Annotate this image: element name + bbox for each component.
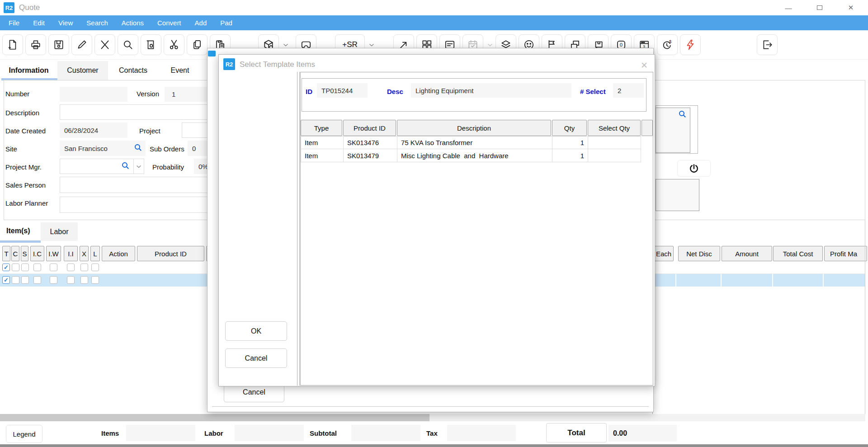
delete-button[interactable]: [94, 34, 115, 55]
row1-checkbox-c[interactable]: [12, 263, 19, 271]
notes-box[interactable]: [656, 179, 699, 211]
dialog-row1-select-qty[interactable]: [588, 136, 641, 149]
copy-button[interactable]: [187, 34, 208, 55]
col-header-c[interactable]: C: [11, 246, 19, 261]
project-mgr-dropdown-button[interactable]: [133, 159, 144, 174]
save-button[interactable]: [48, 34, 69, 55]
total-button[interactable]: Total: [546, 423, 607, 442]
print-button[interactable]: [25, 34, 46, 55]
horizontal-scrollbar-thumb[interactable]: [0, 414, 429, 421]
col-header-net-disc[interactable]: Net Disc: [678, 246, 720, 261]
dialog-row-1[interactable]: Item SK013476 75 KVA Iso Transformer 1: [301, 136, 641, 149]
dialog-row2-select-qty[interactable]: [588, 149, 641, 162]
template-select-count-input[interactable]: 2: [613, 83, 644, 98]
col-header-amount[interactable]: Amount: [722, 246, 772, 261]
maximize-button[interactable]: [812, 2, 827, 14]
package-dropdown-chevron-icon[interactable]: [281, 43, 290, 47]
subtotal-input[interactable]: [351, 425, 420, 441]
calendar-dropdown-chevron-icon[interactable]: [486, 43, 495, 47]
col-header-product-id[interactable]: Product ID: [137, 246, 204, 261]
site-search-icon[interactable]: [134, 143, 142, 154]
row2-checkbox-l[interactable]: [91, 276, 99, 284]
tab-event[interactable]: Event: [158, 61, 202, 80]
row2-checkbox-ii[interactable]: [67, 276, 75, 284]
row2-checkbox-c[interactable]: [12, 276, 19, 284]
tab-information[interactable]: Information: [0, 61, 57, 80]
menu-view[interactable]: View: [52, 15, 80, 30]
menu-add[interactable]: Add: [188, 15, 214, 30]
power-button[interactable]: [677, 160, 711, 177]
items-total-input[interactable]: [126, 425, 195, 441]
template-desc-input[interactable]: Lighting Equipment: [411, 83, 571, 98]
menu-actions[interactable]: Actions: [115, 15, 151, 30]
dialog-col-select-qty[interactable]: Select Qty: [588, 120, 641, 136]
menu-file[interactable]: File: [2, 15, 26, 30]
col-header-total-cost[interactable]: Total Cost: [773, 246, 823, 261]
sales-person-input[interactable]: [60, 177, 217, 193]
col-header-x[interactable]: X: [80, 246, 89, 261]
cut-button[interactable]: [164, 34, 184, 55]
new-document-button[interactable]: [2, 34, 23, 55]
dialog-ok-button[interactable]: OK: [225, 321, 287, 341]
tab-contacts[interactable]: Contacts: [108, 61, 158, 80]
menu-search[interactable]: Search: [80, 15, 115, 30]
quick-action-button[interactable]: [680, 34, 701, 55]
row2-checkbox-t[interactable]: [2, 276, 10, 284]
menu-pad[interactable]: Pad: [213, 15, 239, 30]
dialog-row-2[interactable]: Item SK013479 Misc Lighting Cable and Ha…: [301, 149, 641, 162]
menu-edit[interactable]: Edit: [26, 15, 52, 30]
row2-checkbox-iw[interactable]: [50, 276, 57, 284]
col-header-t[interactable]: T: [2, 246, 10, 261]
legend-button[interactable]: Legend: [6, 425, 42, 443]
row1-checkbox-x[interactable]: [80, 263, 88, 271]
exit-button[interactable]: [757, 34, 778, 55]
billing-clock-button[interactable]: $: [657, 34, 678, 55]
template-id-input[interactable]: TP015244: [317, 83, 368, 98]
tab-items[interactable]: Item(s): [6, 227, 30, 235]
dialog-col-type[interactable]: Type: [301, 120, 342, 136]
date-created-input[interactable]: 06/28/2024: [60, 122, 127, 138]
lookup-search-icon[interactable]: [678, 110, 687, 120]
col-header-iw[interactable]: I.W: [46, 246, 61, 261]
number-input[interactable]: [60, 87, 127, 102]
labor-planner-input[interactable]: [60, 197, 217, 213]
search-button[interactable]: [118, 34, 138, 55]
col-header-each[interactable]: Each: [654, 246, 674, 261]
col-header-l[interactable]: L: [90, 246, 100, 261]
menu-convert[interactable]: Convert: [151, 15, 188, 30]
dialog-cancel-button[interactable]: Cancel: [225, 348, 287, 368]
tab-customer[interactable]: Customer: [57, 61, 108, 80]
col-header-action[interactable]: Action: [102, 246, 135, 261]
horizontal-scrollbar[interactable]: [0, 414, 865, 421]
dialog-col-description[interactable]: Description: [397, 120, 551, 136]
description-input[interactable]: [60, 104, 217, 120]
item-row-1-right[interactable]: [653, 261, 865, 274]
tab-labor[interactable]: Labor: [41, 222, 78, 241]
site-input[interactable]: San Francisco: [60, 141, 146, 156]
dialog-col-qty[interactable]: Qty: [552, 120, 587, 136]
col-header-s[interactable]: S: [21, 246, 28, 261]
minimize-button[interactable]: —: [781, 2, 796, 14]
row2-checkbox-s[interactable]: [21, 276, 29, 284]
row1-checkbox-iw[interactable]: [50, 263, 57, 271]
row1-checkbox-t[interactable]: [2, 263, 10, 271]
row1-checkbox-l[interactable]: [91, 263, 99, 271]
item-row-2-right-selected[interactable]: [653, 274, 865, 287]
row1-checkbox-ic[interactable]: [33, 263, 41, 271]
row1-checkbox-s[interactable]: [21, 263, 29, 271]
row2-checkbox-x[interactable]: [80, 276, 88, 284]
tax-input[interactable]: [447, 425, 516, 441]
col-header-ii[interactable]: I.I: [64, 246, 78, 261]
project-mgr-search-icon[interactable]: [121, 161, 130, 172]
col-header-profit-margin[interactable]: Profit Ma: [824, 246, 867, 261]
col-header-ic[interactable]: I.C: [30, 246, 44, 261]
add-sr-dropdown-chevron-icon[interactable]: [367, 43, 376, 47]
dialog-close-icon[interactable]: ✕: [638, 59, 650, 71]
edit-button[interactable]: [71, 34, 92, 55]
duplicate-item-button[interactable]: [141, 34, 161, 55]
row1-checkbox-ii[interactable]: [67, 263, 75, 271]
dialog-col-product-id[interactable]: Product ID: [343, 120, 396, 136]
labor-total-input[interactable]: [235, 425, 304, 441]
close-button[interactable]: ✕: [843, 2, 859, 14]
row2-checkbox-ic[interactable]: [33, 276, 41, 284]
